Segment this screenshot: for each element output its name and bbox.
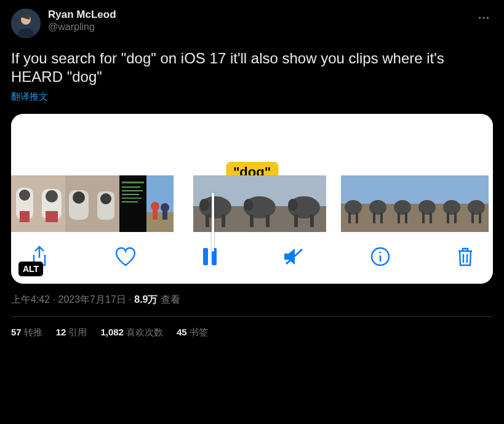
svg-rect-50 — [341, 175, 366, 204]
svg-rect-78 — [471, 212, 474, 223]
svg-rect-60 — [390, 175, 415, 204]
quotes-stat[interactable]: 12引用 — [56, 327, 87, 338]
svg-rect-27 — [146, 212, 174, 232]
svg-point-67 — [418, 200, 436, 215]
svg-point-35 — [199, 199, 209, 211]
svg-rect-23 — [122, 194, 139, 195]
svg-rect-65 — [415, 175, 439, 204]
svg-rect-30 — [153, 210, 158, 220]
clip-thumbnail[interactable] — [11, 175, 38, 232]
more-button[interactable] — [474, 9, 493, 30]
svg-rect-25 — [122, 201, 138, 202]
svg-rect-73 — [447, 212, 449, 223]
svg-rect-68 — [422, 212, 425, 223]
svg-rect-36 — [206, 215, 209, 227]
tweet-date: 2023年7月17日 — [58, 294, 126, 305]
clip-thumbnail[interactable] — [341, 175, 366, 232]
svg-point-3 — [482, 17, 485, 19]
views-label: 查看 — [161, 294, 180, 305]
svg-rect-19 — [119, 175, 146, 232]
svg-point-29 — [161, 203, 169, 212]
svg-point-52 — [345, 200, 362, 215]
tweet-header: Ryan McLeod @warpling — [11, 9, 493, 38]
svg-rect-53 — [348, 212, 351, 223]
svg-point-28 — [151, 202, 159, 210]
svg-point-15 — [73, 191, 85, 204]
tweet-text: If you search for "dog" on iOS 17 it'll … — [11, 49, 493, 86]
clip-thumbnail[interactable] — [366, 175, 390, 232]
svg-point-62 — [394, 200, 411, 215]
svg-rect-8 — [20, 211, 30, 222]
svg-rect-20 — [122, 182, 144, 183]
svg-point-18 — [100, 193, 111, 204]
likes-stat[interactable]: 1,082喜欢次数 — [100, 327, 163, 338]
playhead[interactable] — [212, 193, 214, 252]
clip-thumbnail[interactable] — [119, 175, 146, 232]
media-controls — [11, 232, 493, 284]
tweet-time: 上午4:42 — [11, 294, 50, 305]
svg-rect-48 — [294, 215, 298, 227]
svg-point-11 — [46, 190, 58, 202]
svg-rect-69 — [430, 212, 432, 223]
tweet-meta[interactable]: 上午4:42 · 2023年7月17日 · 8.9万 查看 — [11, 294, 493, 306]
svg-rect-59 — [380, 212, 383, 223]
svg-rect-42 — [250, 215, 254, 227]
mute-icon[interactable] — [282, 247, 305, 266]
filmstrip-gap — [326, 175, 341, 232]
bookmarks-stat[interactable]: 45书签 — [177, 327, 208, 338]
display-name: Ryan McLeod — [48, 9, 493, 21]
svg-rect-49 — [310, 215, 314, 227]
svg-rect-54 — [356, 212, 358, 223]
svg-rect-12 — [46, 211, 58, 222]
retweets-stat[interactable]: 57转推 — [11, 327, 42, 338]
svg-point-84 — [380, 251, 382, 253]
clip-thumbnail[interactable] — [390, 175, 415, 232]
translate-link[interactable]: 翻译推文 — [11, 91, 493, 103]
svg-rect-37 — [222, 215, 225, 227]
user-info[interactable]: Ryan McLeod @warpling — [48, 9, 493, 33]
svg-point-47 — [288, 199, 298, 211]
svg-rect-22 — [122, 190, 143, 191]
filmstrip-gap — [174, 175, 193, 232]
svg-point-2 — [479, 17, 481, 19]
svg-rect-74 — [454, 212, 457, 223]
svg-rect-26 — [146, 175, 174, 212]
clip-thumbnail[interactable] — [415, 175, 439, 232]
svg-point-72 — [443, 200, 460, 215]
tweet-container: Ryan McLeod @warpling If you search for … — [0, 0, 504, 338]
clip-thumbnail[interactable] — [439, 175, 464, 232]
clip-thumbnail[interactable] — [92, 175, 119, 232]
svg-rect-43 — [266, 215, 270, 227]
clip-thumbnail[interactable] — [38, 175, 65, 232]
svg-rect-75 — [464, 175, 489, 204]
info-icon[interactable] — [370, 246, 391, 267]
svg-point-57 — [369, 200, 386, 215]
clip-thumbnail[interactable] — [146, 175, 174, 232]
alt-badge[interactable]: ALT — [18, 262, 43, 276]
svg-rect-70 — [439, 175, 464, 204]
clip-thumbnail[interactable] — [464, 175, 489, 232]
svg-rect-64 — [405, 212, 407, 223]
svg-rect-31 — [162, 211, 167, 220]
clip-thumbnail[interactable] — [282, 175, 326, 232]
heart-icon[interactable] — [114, 247, 137, 266]
svg-point-7 — [19, 190, 30, 201]
user-handle: @warpling — [48, 21, 493, 33]
views-count: 8.9万 — [134, 294, 158, 305]
clip-thumbnail[interactable] — [238, 175, 282, 232]
svg-rect-63 — [398, 212, 400, 223]
trash-icon[interactable] — [456, 246, 474, 267]
svg-rect-80 — [203, 248, 208, 265]
svg-rect-21 — [122, 186, 140, 188]
filmstrip[interactable] — [11, 175, 493, 232]
media-card[interactable]: "dog" — [11, 114, 493, 284]
clip-thumbnail[interactable] — [65, 175, 92, 232]
tweet-stats: 57转推 12引用 1,082喜欢次数 45书签 — [11, 317, 493, 338]
pause-icon[interactable] — [202, 247, 218, 266]
clip-thumbnail[interactable] — [193, 175, 238, 232]
svg-rect-24 — [122, 198, 142, 199]
svg-rect-58 — [373, 212, 375, 223]
avatar[interactable] — [11, 9, 41, 38]
svg-point-4 — [487, 17, 489, 19]
svg-rect-79 — [479, 212, 481, 223]
